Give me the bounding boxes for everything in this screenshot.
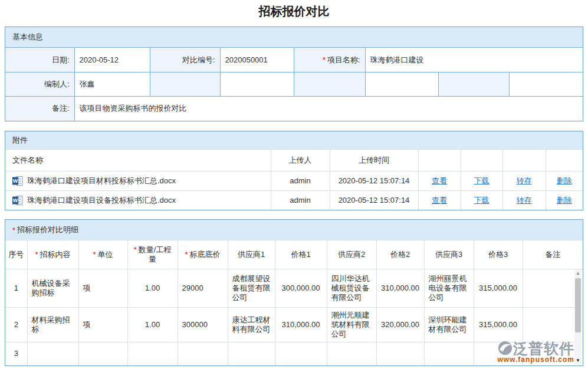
cell-qty: 1.00: [127, 308, 178, 342]
detail-row: 1 机械设备采购招标 项 1.00 29000 成都展望设备租赁有限公司 300…: [5, 269, 583, 308]
cell-supplier1: [228, 342, 275, 365]
word-file-icon: W: [12, 176, 23, 186]
delete-cell: 删除: [546, 171, 583, 190]
required-asterisk: *: [134, 245, 137, 254]
date-value: 2020-05-12: [74, 48, 150, 73]
cell-price3: 315,000.00: [474, 308, 523, 342]
scroll-up-button[interactable]: ▲: [574, 269, 582, 277]
col-header-price3: 价格3: [474, 240, 523, 269]
cell-supplier2: 潮州元顺建筑材料有限公司: [327, 308, 376, 342]
required-asterisk: *: [185, 250, 188, 259]
col-header-content-text: 招标内容: [40, 250, 71, 259]
view-link[interactable]: 查看: [432, 176, 447, 185]
transfer-cell: 转存: [502, 190, 546, 210]
detail-row: 2 材料采购招标 项 1.00 300000 康达工程材料有限公司 310,00…: [5, 308, 583, 342]
delete-cell: 删除: [546, 190, 583, 210]
vertical-scrollbar[interactable]: ▲ ▼: [574, 269, 582, 364]
col-header-base-price-text: 标底底价: [190, 250, 221, 259]
cell-price2: [376, 342, 424, 365]
col-header-price1: 价格1: [275, 240, 327, 269]
delete-link[interactable]: 删除: [557, 196, 572, 205]
col-header-upload-time: 上传时间: [330, 149, 418, 171]
col-header-seq: 序号: [5, 240, 27, 269]
transfer-link[interactable]: 转存: [517, 196, 532, 205]
col-header-action-empty: [461, 149, 502, 171]
cell-remark: [523, 308, 583, 342]
project-name-value: 珠海鹤港口建设: [365, 48, 583, 73]
compiler-value: 张鑫: [74, 73, 150, 97]
view-cell: 查看: [418, 171, 461, 190]
word-file-icon: W: [12, 196, 23, 205]
brand-url: www.fanpusoft.com: [497, 356, 574, 364]
upload-time: 2020-05-12 15:07:14: [330, 171, 418, 190]
brand-name: 泛普软件: [513, 341, 574, 356]
svg-text:W: W: [13, 197, 18, 203]
col-header-action-empty: [502, 149, 546, 171]
cell-base-price: 29000: [178, 269, 228, 308]
brand-logo-icon: [498, 341, 513, 355]
required-asterisk: *: [93, 250, 96, 259]
detail-panel: * 招标报价对比明细 序号 *招标内容 *单位 *数量/工程量 *标底底价 供应…: [5, 219, 583, 366]
uploader: admin: [271, 171, 330, 190]
empty-value-cell: [509, 73, 583, 97]
cell-seq: 2: [5, 308, 27, 342]
col-header-qty: *数量/工程量: [127, 240, 178, 269]
attachment-row: W 珠海鹤港口建设项目设备投标标书汇总.docx admin 2020-05-1…: [5, 190, 583, 210]
scroll-down-button[interactable]: ▼: [574, 357, 582, 364]
cell-price1: [275, 342, 327, 365]
empty-value-cell: [220, 73, 294, 97]
file-name: 珠海鹤港口建设项目材料投标标书汇总.docx: [27, 176, 176, 186]
uploader: admin: [271, 190, 330, 210]
cell-supplier3: 深圳环能建材有限公司: [424, 308, 474, 342]
empty-label-cell: [150, 73, 220, 97]
cell-seq: 3: [5, 342, 27, 365]
col-header-base-price: *标底底价: [178, 240, 228, 269]
project-name-label-text: 项目名称:: [327, 55, 360, 64]
attachment-row: W 珠海鹤港口建设项目材料投标标书汇总.docx admin 2020-05-1…: [5, 171, 583, 190]
file-name: 珠海鹤港口建设项目设备投标标书汇总.docx: [27, 195, 176, 206]
cell-content: 材料采购招标: [27, 308, 78, 342]
required-asterisk: *: [12, 226, 15, 235]
scroll-thumb[interactable]: [575, 278, 581, 332]
transfer-cell: 转存: [502, 171, 546, 190]
cell-seq: 1: [5, 269, 27, 308]
delete-link[interactable]: 删除: [557, 176, 572, 185]
empty-value-cell: [365, 73, 438, 97]
col-header-action-empty: [546, 149, 583, 171]
date-label: 日期:: [5, 48, 74, 73]
download-link[interactable]: 下载: [474, 176, 490, 185]
cell-supplier1: 成都展望设备租赁有限公司: [228, 269, 275, 308]
transfer-link[interactable]: 转存: [517, 176, 532, 185]
cell-supplier2: 四川华达机械租赁设备有限公司: [327, 269, 376, 308]
download-cell: 下载: [461, 171, 502, 190]
cell-unit: 项: [78, 308, 127, 342]
attachments-header: 附件: [5, 131, 583, 149]
svg-text:W: W: [13, 178, 18, 184]
col-header-remark: 备注: [523, 240, 583, 269]
cell-remark: [523, 269, 583, 308]
remark-value: 该项目物资采购标书的报价对比: [74, 97, 583, 121]
required-asterisk: *: [323, 55, 326, 64]
detail-header: * 招标报价对比明细: [5, 220, 583, 240]
cell-price3: 315,000.00: [474, 269, 523, 308]
cell-base-price: [178, 342, 228, 365]
brand-watermark: 泛普软件 www.fanpusoft.com: [497, 341, 574, 364]
download-link[interactable]: 下载: [474, 196, 490, 205]
view-cell: 查看: [418, 190, 461, 210]
detail-table: 序号 *招标内容 *单位 *数量/工程量 *标底底价 供应商1 价格1 供应商2…: [5, 240, 583, 365]
attachments-panel: 附件 文件名称 上传人 上传时间: [5, 131, 583, 211]
view-link[interactable]: 查看: [432, 196, 447, 205]
cell-unit: [78, 342, 127, 365]
col-header-qty-text: 数量/工程量: [139, 245, 172, 263]
cell-content: [27, 342, 78, 365]
page-title: 招标报价对比: [0, 5, 588, 18]
compare-no-label: 对比编号:: [150, 48, 220, 73]
col-header-unit-text: 单位: [98, 250, 113, 259]
upload-time: 2020-05-12 15:07:14: [330, 190, 418, 210]
compare-no-value: 2020050001: [220, 48, 294, 73]
detail-row: 3: [5, 342, 583, 365]
cell-supplier1: 康达工程材料有限公司: [228, 308, 275, 342]
file-name-cell: W 珠海鹤港口建设项目设备投标标书汇总.docx: [5, 190, 271, 210]
attachments-table: 文件名称 上传人 上传时间 W: [5, 149, 583, 210]
col-header-file-name: 文件名称: [5, 149, 271, 171]
